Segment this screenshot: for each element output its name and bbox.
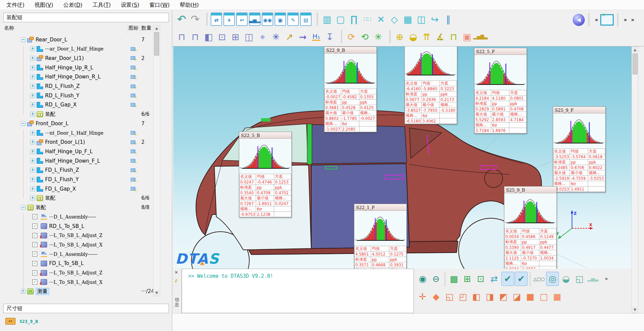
tree-scroll-thumb[interactable] [154, 32, 159, 56]
popup-title[interactable]: S22_1_F [354, 204, 406, 211]
menu-d[interactable]: 公差(D) [58, 0, 87, 10]
new-analysis-icon[interactable]: + [223, 12, 235, 26]
hex-network-icon[interactable]: ✳ [269, 29, 283, 44]
list-report-icon[interactable]: ▤ [300, 12, 312, 26]
viewport-scroll-down[interactable]: ▼ [632, 307, 638, 313]
more-chevron-3[interactable]: » [631, 17, 634, 23]
window-report-icon[interactable]: ▣ [275, 12, 286, 26]
collapse-icon[interactable]: − [21, 121, 26, 126]
tree-row--[interactable]: −装配8/8 [0, 203, 153, 212]
column-count[interactable]: 数量 [141, 25, 151, 31]
menu-w[interactable]: 窗口(W) [144, 0, 175, 10]
fixture-b-icon[interactable]: ⊓ [188, 29, 202, 44]
pillar-table-icon[interactable]: ∏ [347, 12, 361, 27]
open-model-icon[interactable]: ↩ [236, 12, 248, 26]
dome-target-icon[interactable]: ◒ [560, 272, 572, 286]
press-fixture-icon[interactable]: ⊞ [229, 29, 242, 44]
fixture-yellow-icon[interactable]: ⊓ [447, 29, 460, 44]
menu-t[interactable]: 工具(T) [87, 0, 116, 10]
expand-icon[interactable]: + [30, 112, 35, 117]
expand-icon[interactable]: + [30, 65, 35, 70]
result-popup-s22_9_b[interactable]: S22_9_B 名义值均值方差-0.0027-0.45820.1355标准差pp… [324, 46, 377, 132]
playback-sphere-icon[interactable]: ◀ [573, 14, 585, 26]
tree-scroll-down[interactable]: ▼ [153, 290, 160, 296]
view-top-icon[interactable]: ◰ [457, 290, 469, 304]
t-plane-icon[interactable]: ◱ [573, 272, 586, 286]
tree-scroll-up[interactable]: ▲ [153, 25, 160, 31]
view-front-icon[interactable]: ◩ [497, 290, 510, 304]
parallel-planes-icon[interactable]: ∥ [441, 12, 455, 27]
move-cube-icon[interactable]: ✛ [416, 290, 429, 304]
undo-icon[interactable]: ↶ [175, 12, 188, 27]
tree-row-rear-door-l[interactable]: −Rear_Door_L7 [0, 35, 153, 44]
histogram-disabled-icon[interactable]: ▂▅▃ [586, 272, 599, 286]
polygon-points-icon[interactable]: ◇ [388, 12, 401, 27]
star-network-icon[interactable]: ✳ [371, 29, 385, 44]
hide-components-icon[interactable]: ⊖ [430, 272, 442, 286]
tree-scrollbar[interactable]: ▲ ▼ [153, 25, 160, 296]
checkbox-checked[interactable]: ✓ [32, 270, 37, 275]
viewport-3d[interactable]: Z Y X DTAS S22_9_B 名义值均值方差-0.0027-0.4582… [173, 46, 632, 269]
locator-pin-icon[interactable]: ⌖ [256, 29, 269, 44]
tree-row-front-door-l[interactable]: −Front_Door_L7 [0, 119, 153, 128]
expand-icon[interactable]: + [30, 84, 35, 89]
swap-view-icon[interactable]: ⇄ [488, 272, 501, 286]
view-solid-icon[interactable]: ■ [524, 290, 537, 304]
result-popup-s25_9_f[interactable]: S25_9_F 名义值均值方差-3.5253-3.57640.0618标准差pp… [553, 106, 606, 192]
slot-pattern-icon[interactable]: ▥ [320, 12, 334, 27]
expand-icon[interactable]: + [30, 93, 35, 98]
view-wireframe-icon[interactable]: □ [537, 290, 550, 304]
column-name[interactable]: 名称 [4, 25, 14, 31]
menu-f[interactable]: 文件(F) [1, 0, 30, 10]
histogram-curve-icon[interactable]: ▂▅▇▃ [474, 29, 487, 44]
rounded-rect-icon[interactable]: ▢ [334, 12, 347, 27]
shapes-target-icon[interactable]: ◎ [546, 272, 559, 286]
popup-title[interactable]: S25_9_B [504, 187, 557, 193]
fixture-a-icon[interactable]: ⊓ [175, 29, 188, 44]
expand-icon[interactable]: + [30, 159, 35, 163]
viewport-scrollbar[interactable]: ▲ ▼ [632, 46, 638, 313]
ruler-cube-icon[interactable]: ▣ [460, 29, 474, 44]
expand-icon[interactable]: + [30, 74, 35, 79]
compare-report-icon[interactable]: ◉◉ [262, 12, 273, 26]
popup-title[interactable]: S22_9_B [324, 47, 377, 54]
checkbox-checked[interactable]: ✓ [32, 252, 37, 257]
view-back-icon[interactable]: ◪ [510, 290, 523, 304]
link-line-icon[interactable]: ↗ [283, 29, 296, 44]
expand-icon[interactable]: + [30, 196, 35, 200]
expand-icon[interactable]: + [30, 131, 35, 135]
popup-title[interactable]: S25_9_F [553, 107, 605, 113]
result-popup-s22_5_b[interactable]: S22_5_B 名义值均值方差0.0247-0.47460.1253标准差ppp… [239, 132, 292, 218]
collapse-icon[interactable]: − [21, 37, 26, 42]
checkbox-checked[interactable]: ✓ [32, 242, 37, 247]
more-icons-chevron[interactable]: » [600, 272, 613, 286]
rotate-cylinder-green-icon[interactable]: ⟲ [358, 29, 371, 44]
measure-device-icon[interactable] [600, 14, 614, 26]
expand-icon[interactable]: + [30, 56, 35, 61]
expand-icon[interactable]: + [30, 46, 35, 51]
h1-datum-icon[interactable]: H₁ [310, 29, 323, 44]
expand-icon[interactable]: + [30, 149, 35, 154]
doc-transfer-icon[interactable]: ↪ [428, 12, 441, 27]
menu-s[interactable]: 设置(S) [116, 0, 144, 10]
confirm-teal-icon[interactable]: ✔ [515, 272, 528, 286]
view-left-icon[interactable]: ◧ [470, 290, 483, 304]
confirm-blue-icon[interactable]: ✔ [501, 272, 514, 286]
profile-tolerance-icon[interactable]: ◒ [406, 29, 420, 44]
expand-icon[interactable]: + [30, 177, 35, 182]
viewport-scroll-thumb[interactable] [633, 54, 638, 74]
result-popup-s22_1_f[interactable]: S22_1_F 名义值均值方差4.58014.50120.1275标准差pppp… [354, 204, 407, 269]
show-components-icon[interactable]: ◉ [416, 272, 429, 286]
expand-icon[interactable]: + [30, 168, 35, 172]
console-close-icon[interactable]: ✕ [175, 270, 178, 275]
drop-cube-icon[interactable]: ↧ [323, 29, 336, 44]
view-shaded-icon[interactable]: ■ [551, 290, 564, 304]
checkbox-checked[interactable]: ✓ [32, 233, 37, 238]
grid-lock-icon[interactable]: ⊡ [474, 272, 487, 286]
dot-grid-icon[interactable]: ∷∷ [361, 12, 374, 27]
pin-block-icon[interactable]: ◫ [415, 12, 428, 27]
result-popup-s22_5_f[interactable]: S22_5_F 名义值均值方差4.21844.11800.0801标准差pppp… [474, 48, 527, 134]
grid-filled-icon[interactable]: ▩ [448, 272, 460, 286]
more-chevron-1[interactable]: » [595, 17, 598, 23]
expand-icon[interactable]: + [30, 102, 35, 107]
